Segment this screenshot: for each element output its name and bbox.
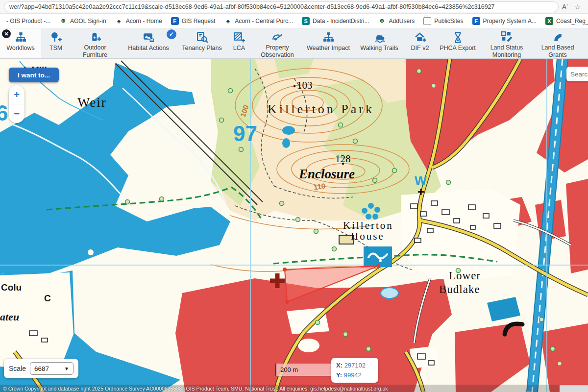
bookmark-label: AGOL Sign-in [70, 18, 106, 24]
bookmark-label: PublicSites [434, 18, 463, 24]
forms-icon: F [472, 17, 480, 25]
bookmark-label: Acorn - Central Purc... [235, 18, 293, 24]
folder-icon [423, 17, 431, 25]
map-magnifier-icon [196, 31, 208, 44]
attribution-footer: © Crown Copyright and database right 202… [0, 385, 588, 392]
globe-icon: ⊕ [59, 17, 67, 25]
scale-select[interactable]: 6687 ▼ [30, 362, 74, 375]
globe-icon: ⊕ [378, 17, 386, 25]
bookmark-label: Data - IncidentDistri... [313, 18, 369, 24]
bookmark-item[interactable]: ♣Acorn - Home [111, 16, 167, 26]
workflow-item-land-based-grants[interactable]: Land Based Grants [533, 28, 582, 58]
gauge-icon [271, 31, 284, 43]
bookmark-item[interactable]: SData - IncidentDistri... [297, 16, 373, 26]
coordinates-readout: X: 297102 Y: 99942 [331, 358, 378, 383]
map-container: ock MillWeir697103Killerton Park100128En… [0, 59, 588, 392]
i-want-to-button[interactable]: I want to... [9, 68, 59, 82]
scale-value: 6687 [34, 365, 49, 372]
hatched-area-add-icon [233, 31, 245, 44]
browser-titlebar: wer/?app=94bd71310a5c42e0aa2e92ccc7c11c1… [0, 0, 588, 14]
workflow-item-label: Property Observation [255, 44, 300, 59]
national-trust-symbol [364, 246, 392, 267]
bookmark-label: - GIS Product -... [6, 18, 50, 24]
bookmark-item[interactable]: ⊕AddUsers [373, 16, 419, 26]
workflow-item-outdoor-furniture[interactable]: Outdoor Furniture [71, 28, 120, 58]
workflow-item-dif-v2[interactable]: DIF v2 [405, 28, 435, 58]
bookmark-item[interactable]: ⊕AGOL Sign-in [55, 16, 111, 26]
workflow-item-habitat-actions[interactable]: Habitat Actions✓ [120, 28, 177, 58]
acorn-icon: ♣ [115, 17, 123, 25]
address-bar[interactable]: wer/?app=94bd71310a5c42e0aa2e92ccc7c11c1… [4, 1, 559, 12]
scale-widget: Scale 6687 ▼ [4, 359, 78, 378]
workflow-item-label: Land Based Grants [535, 44, 580, 59]
scale-label: Scale [9, 365, 26, 372]
close-icon[interactable]: ✕ [2, 29, 11, 38]
zoom-in-button[interactable]: + [9, 85, 24, 104]
chevron-down-icon: ▼ [64, 366, 69, 371]
bookmark-label: Property System A... [483, 18, 537, 24]
cloud-trail-icon [373, 31, 386, 44]
workflow-item-label: Habitat Actions [128, 45, 169, 52]
workflow-item-label: DIF v2 [411, 45, 429, 52]
tree-add-icon [50, 31, 62, 44]
workflow-item-label: Land Status Monitoring [484, 44, 529, 59]
house-add-icon [414, 31, 426, 44]
workflows-icon [15, 31, 27, 44]
url-text: wer/?app=94bd71310a5c42e0aa2e92ccc7c11c1… [9, 3, 495, 10]
search-box[interactable] [566, 67, 588, 81]
habitat-photo-icon [143, 31, 155, 44]
bookmarks-bar: - GIS Product -...⊕AGOL Sign-in♣Acorn - … [0, 14, 588, 28]
bookmark-item[interactable]: PublicSites [419, 16, 467, 26]
workflow-toolbar: Workflows✕TSMOutdoor FurnitureHabitat Ac… [0, 28, 588, 59]
workflow-item-label: TSM [49, 45, 62, 52]
bookmark-label: AddUsers [389, 18, 415, 24]
bookmark-item[interactable]: FProperty System A... [468, 16, 541, 26]
scale-bar-label: 200 m [280, 366, 298, 373]
bookmark-item[interactable]: FGIS Request [167, 16, 220, 26]
workflow-item-lca[interactable]: LCA [226, 28, 252, 58]
excel-icon: X [545, 17, 553, 25]
workflow-item-label: PHCA Export [440, 45, 476, 52]
search-input[interactable] [570, 71, 588, 78]
grid-pencil-icon [501, 31, 513, 43]
bookmark-item[interactable]: XCoast_Reg_miles.xls [541, 16, 588, 26]
coord-x-label: X: [336, 362, 343, 369]
zoom-control: + − [9, 85, 24, 123]
workflow-item-property-observation[interactable]: Property Observation [252, 28, 303, 58]
favorite-star-icon[interactable]: ☆ [571, 3, 584, 11]
hourglass-icon [452, 31, 464, 44]
workflow-item-label: LCA [233, 45, 245, 52]
read-aloud-icon[interactable]: Aʻ [559, 3, 571, 11]
forms-icon: F [171, 17, 179, 25]
acorn-icon: ♣ [224, 17, 232, 25]
bookmark-item[interactable]: ♣Acorn - Central Purc... [220, 16, 297, 26]
coord-y-label: Y: [336, 371, 342, 379]
bookmark-label: Coast_Reg_miles.xls [556, 18, 588, 24]
bookmark-label: GIS Request [182, 18, 216, 24]
attribution-text: © Crown Copyright and database right 202… [3, 386, 388, 392]
check-badge-icon: ✓ [167, 29, 176, 39]
coord-x-value: 297102 [344, 362, 366, 369]
workflow-item-label: Walking Trails [360, 45, 398, 52]
org-chart-icon [322, 31, 335, 44]
workflow-item-walking-trails[interactable]: Walking Trails [354, 28, 405, 58]
zoom-out-button[interactable]: − [9, 104, 24, 123]
workflow-item-label: Workflows [6, 45, 34, 52]
coord-y-value: 99942 [344, 371, 362, 379]
bookmark-item[interactable]: - GIS Product -... [2, 16, 55, 26]
status-corner [560, 385, 588, 392]
workflow-item-label: Tenancy Plans [182, 45, 221, 52]
workflow-item-label: Outdoor Furniture [73, 44, 118, 59]
workflow-item-tenancy-plans[interactable]: Tenancy Plans [177, 28, 226, 58]
bookmark-label: Acorn - Home [126, 18, 162, 24]
workflow-item-workflows[interactable]: Workflows✕ [0, 28, 41, 58]
swoosh-icon [552, 31, 564, 43]
map-canvas[interactable] [0, 59, 588, 392]
workflow-item-land-status-monitoring[interactable]: Land Status Monitoring [480, 28, 533, 58]
workflow-item-weather-impact[interactable]: Weather Impact [303, 28, 354, 58]
workflow-item-tsm[interactable]: TSM [41, 28, 71, 58]
workflow-item-label: Weather Impact [307, 45, 350, 52]
hydrant-add-icon [89, 31, 101, 43]
sharepoint-icon: S [302, 17, 310, 25]
workflow-item-phca-export[interactable]: PHCA Export [435, 28, 480, 58]
